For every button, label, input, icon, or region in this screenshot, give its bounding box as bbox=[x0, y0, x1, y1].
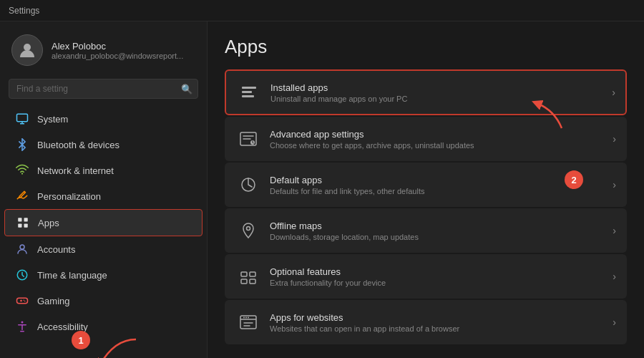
sidebar-item-label-network: Network & internet bbox=[37, 165, 114, 176]
accessibility-icon bbox=[16, 320, 29, 333]
svg-point-2 bbox=[21, 173, 23, 174]
advanced-settings-text: Advanced app settings Choose where to ge… bbox=[270, 129, 607, 150]
sidebar-item-label-gaming: Gaming bbox=[37, 296, 70, 306]
settings-item-optional-features[interactable]: Optional features Extra functionality fo… bbox=[225, 254, 627, 299]
bluetooth-icon bbox=[16, 138, 29, 151]
svg-rect-6 bbox=[24, 224, 28, 228]
brush-icon bbox=[16, 190, 29, 203]
chevron-icon-installed: › bbox=[612, 87, 615, 98]
settings-item-offline-maps[interactable]: Offline maps Downloads, storage location… bbox=[225, 208, 627, 253]
svg-point-11 bbox=[24, 301, 26, 302]
svg-point-19 bbox=[247, 227, 250, 231]
settings-item-advanced[interactable]: Advanced app settings Choose where to ge… bbox=[225, 117, 627, 161]
apps-for-websites-desc: Websites that can open in an app instead… bbox=[270, 324, 607, 333]
default-apps-title: Default apps bbox=[270, 175, 607, 185]
svg-rect-3 bbox=[18, 218, 21, 221]
sidebar: Alex Poloboc alexandru_poloboc@windowsre… bbox=[0, 21, 208, 358]
sidebar-item-label-time: Time & language bbox=[37, 270, 107, 281]
optional-features-text: Optional features Extra functionality fo… bbox=[270, 266, 607, 287]
annotation-1: 1 bbox=[72, 331, 90, 349]
installed-apps-icon bbox=[236, 79, 262, 105]
svg-rect-5 bbox=[18, 224, 21, 228]
offline-maps-desc: Downloads, storage location, map updates bbox=[270, 233, 607, 241]
wifi-icon bbox=[16, 164, 29, 177]
svg-point-7 bbox=[20, 245, 24, 249]
person-icon bbox=[16, 243, 29, 256]
page-title: Apps bbox=[225, 36, 627, 58]
monitor-icon bbox=[16, 112, 29, 125]
svg-rect-13 bbox=[242, 87, 256, 89]
user-email: alexandru_poloboc@windowsreport... bbox=[52, 52, 183, 60]
chevron-icon-default: › bbox=[613, 179, 616, 190]
sidebar-item-label-personalization: Personalization bbox=[37, 191, 101, 202]
sidebar-item-gaming[interactable]: Gaming bbox=[4, 288, 203, 314]
chevron-icon-maps: › bbox=[613, 225, 616, 236]
offline-maps-title: Offline maps bbox=[270, 221, 607, 231]
optional-features-desc: Extra functionality for your device bbox=[270, 279, 607, 287]
sidebar-item-label-apps: Apps bbox=[38, 218, 59, 228]
sidebar-item-label-bluetooth: Bluetooth & devices bbox=[37, 140, 119, 150]
sidebar-item-label-system: System bbox=[37, 114, 68, 125]
default-apps-icon bbox=[235, 172, 261, 198]
annotation-2: 2 bbox=[565, 170, 583, 189]
user-info: Alex Poloboc alexandru_poloboc@windowsre… bbox=[52, 41, 183, 60]
svg-rect-15 bbox=[242, 95, 254, 97]
svg-rect-22 bbox=[241, 279, 247, 284]
svg-rect-14 bbox=[242, 91, 252, 93]
search-box: 🔍 bbox=[9, 79, 198, 99]
settings-list: Installed apps Uninstall and manage apps… bbox=[225, 69, 627, 344]
clock-icon bbox=[16, 268, 29, 281]
chevron-icon-optional: › bbox=[613, 271, 616, 282]
svg-rect-23 bbox=[250, 279, 255, 284]
svg-point-10 bbox=[24, 300, 25, 301]
optional-features-title: Optional features bbox=[270, 266, 607, 277]
svg-rect-1 bbox=[17, 114, 28, 122]
sidebar-item-system[interactable]: System bbox=[4, 106, 203, 132]
sidebar-item-accessibility[interactable]: Accessibility bbox=[4, 314, 203, 339]
sidebar-item-time[interactable]: Time & language bbox=[4, 262, 203, 288]
apps-for-websites-title: Apps for websites bbox=[270, 312, 607, 323]
sidebar-item-label-accounts: Accounts bbox=[37, 244, 75, 255]
game-icon bbox=[16, 294, 29, 307]
chevron-icon-websites: › bbox=[613, 316, 616, 328]
advanced-settings-icon bbox=[235, 126, 261, 152]
apps-icon bbox=[16, 216, 29, 229]
svg-rect-4 bbox=[24, 218, 28, 221]
sidebar-item-personalization[interactable]: Personalization bbox=[4, 183, 203, 209]
title-bar-text: Settings bbox=[9, 6, 39, 16]
apps-for-websites-icon bbox=[235, 309, 261, 335]
installed-apps-desc: Uninstall and manage apps on your PC bbox=[270, 95, 606, 103]
avatar bbox=[11, 34, 43, 66]
apps-for-websites-text: Apps for websites Websites that can open… bbox=[270, 312, 607, 333]
sidebar-item-bluetooth[interactable]: Bluetooth & devices bbox=[4, 132, 203, 158]
title-bar: Settings bbox=[0, 0, 644, 21]
default-apps-text: Default apps Defaults for file and link … bbox=[270, 175, 607, 195]
sidebar-item-network[interactable]: Network & internet bbox=[4, 158, 203, 183]
search-input[interactable] bbox=[9, 79, 198, 99]
settings-item-apps-for-websites[interactable]: Apps for websites Websites that can open… bbox=[225, 300, 627, 344]
installed-apps-title: Installed apps bbox=[270, 82, 606, 93]
advanced-settings-desc: Choose where to get apps, archive apps, … bbox=[270, 141, 607, 150]
search-icon: 🔍 bbox=[181, 84, 192, 95]
svg-point-0 bbox=[24, 44, 31, 51]
optional-features-icon bbox=[235, 263, 261, 289]
chevron-icon-advanced: › bbox=[613, 133, 616, 145]
sidebar-item-accounts[interactable]: Accounts bbox=[4, 236, 203, 262]
installed-apps-text: Installed apps Uninstall and manage apps… bbox=[270, 82, 606, 103]
advanced-settings-title: Advanced app settings bbox=[270, 129, 607, 140]
user-name: Alex Poloboc bbox=[52, 41, 183, 52]
sidebar-item-apps[interactable]: Apps bbox=[4, 209, 203, 236]
offline-maps-text: Offline maps Downloads, storage location… bbox=[270, 221, 607, 241]
main-layout: Alex Poloboc alexandru_poloboc@windowsre… bbox=[0, 21, 644, 358]
default-apps-desc: Defaults for file and link types, other … bbox=[270, 187, 607, 195]
svg-rect-20 bbox=[241, 272, 247, 276]
svg-point-12 bbox=[21, 321, 24, 324]
user-profile[interactable]: Alex Poloboc alexandru_poloboc@windowsre… bbox=[0, 27, 207, 76]
offline-maps-icon bbox=[235, 218, 261, 243]
svg-rect-21 bbox=[250, 272, 255, 276]
settings-item-installed-apps[interactable]: Installed apps Uninstall and manage apps… bbox=[225, 69, 627, 115]
content-area: Apps Installed apps Uninstall and manage… bbox=[208, 21, 644, 358]
nav-list: System Bluetooth & devices bbox=[0, 106, 207, 339]
